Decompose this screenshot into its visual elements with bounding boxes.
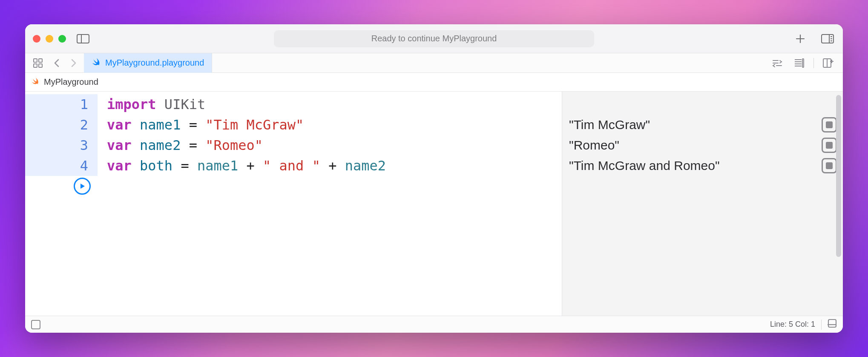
token-op: =	[189, 117, 197, 133]
close-window-button[interactable]	[33, 35, 40, 43]
token-op: =	[189, 137, 197, 153]
line-number: 1	[25, 94, 98, 115]
svg-marker-22	[80, 184, 85, 189]
activity-status-text: Ready to continue MyPlayground	[371, 34, 497, 43]
code-review-button[interactable]	[769, 55, 785, 71]
code-line[interactable]: var name2 = "Romeo"	[107, 135, 562, 155]
adjust-editor-button[interactable]	[791, 55, 807, 71]
code-area[interactable]: import UIKitvar name1 = "Tim McGraw"var …	[98, 92, 562, 316]
result-row: "Tim McGraw and Romeo"	[569, 155, 837, 176]
tab-label: MyPlayground.playground	[105, 58, 204, 68]
run-button[interactable]	[74, 178, 91, 195]
toggle-inspectors-button[interactable]	[820, 31, 835, 46]
related-items-button[interactable]	[29, 56, 46, 70]
zoom-window-button[interactable]	[58, 35, 66, 43]
source-editor[interactable]: 1234 import UIKitvar name1 = "Tim McGraw…	[25, 92, 562, 316]
jumpbar[interactable]: MyPlayground	[25, 73, 843, 92]
svg-rect-10	[39, 59, 42, 62]
line-number: 2	[25, 115, 98, 135]
results-sidebar: "Tim McGraw""Romeo""Tim McGraw and Romeo…	[562, 92, 843, 316]
result-value: "Tim McGraw and Romeo"	[569, 158, 720, 173]
token-op: +	[247, 158, 255, 174]
code-line[interactable]: import UIKit	[107, 94, 562, 115]
line-number: 4	[25, 155, 98, 176]
xcode-window: Ready to continue MyPlayground	[25, 24, 843, 333]
token-op: =	[181, 158, 189, 174]
line-number: 3	[25, 135, 98, 155]
svg-rect-11	[34, 64, 37, 67]
jumpbar-path: MyPlayground	[44, 77, 98, 87]
token-str: "Romeo"	[205, 137, 263, 153]
svg-rect-23	[828, 320, 836, 327]
bottom-bar: Line: 5 Col: 1	[25, 316, 843, 333]
minimize-window-button[interactable]	[46, 35, 53, 43]
token-kw: var	[107, 117, 132, 133]
svg-rect-17	[802, 59, 804, 67]
token-kw: var	[107, 158, 132, 174]
token-decl: name1	[140, 117, 181, 133]
nav-forward-button[interactable]	[66, 55, 81, 71]
result-value: "Romeo"	[569, 138, 619, 153]
debug-area-toggle-right[interactable]	[828, 319, 837, 330]
quicklook-button[interactable]	[822, 117, 837, 132]
add-button[interactable]	[793, 31, 808, 46]
tabbar: MyPlayground.playground	[25, 53, 843, 73]
token-str: " and "	[263, 158, 320, 174]
add-editor-button[interactable]	[821, 55, 836, 71]
cursor-position: Line: 5 Col: 1	[770, 320, 815, 329]
titlebar: Ready to continue MyPlayground	[25, 24, 843, 53]
debug-area-toggle-left[interactable]	[31, 320, 40, 329]
svg-rect-0	[77, 35, 89, 43]
token-kw: var	[107, 137, 132, 153]
quicklook-button[interactable]	[822, 158, 837, 173]
nav-back-button[interactable]	[49, 55, 64, 71]
token-decl: both	[140, 158, 172, 174]
code-line[interactable]: var both = name1 + " and " + name2	[107, 155, 562, 176]
svg-rect-12	[39, 64, 42, 67]
result-row: "Tim McGraw"	[569, 115, 837, 135]
token-decl: name2	[140, 137, 181, 153]
editor-wrap: 1234 import UIKitvar name1 = "Tim McGraw…	[25, 92, 843, 316]
token-type: UIKit	[164, 96, 205, 112]
svg-rect-9	[34, 59, 37, 62]
divider	[813, 58, 814, 68]
tab-active[interactable]: MyPlayground.playground	[84, 53, 212, 73]
line-number-gutter: 1234	[25, 92, 98, 316]
token-id: name1	[197, 158, 238, 174]
results-scrollbar[interactable]	[836, 95, 841, 257]
toggle-navigator-button[interactable]	[75, 31, 91, 46]
quicklook-button[interactable]	[822, 138, 837, 153]
swift-file-icon	[31, 77, 40, 87]
token-kw: import	[107, 96, 156, 112]
divider	[821, 320, 822, 330]
token-id: name2	[345, 158, 386, 174]
token-op: +	[328, 158, 336, 174]
result-row: "Romeo"	[569, 135, 837, 155]
swift-file-icon	[92, 57, 101, 69]
token-str: "Tim McGraw"	[205, 117, 304, 133]
activity-status: Ready to continue MyPlayground	[274, 30, 594, 47]
code-line[interactable]: var name1 = "Tim McGraw"	[107, 115, 562, 135]
window-controls	[33, 35, 66, 43]
result-value: "Tim McGraw"	[569, 118, 650, 132]
